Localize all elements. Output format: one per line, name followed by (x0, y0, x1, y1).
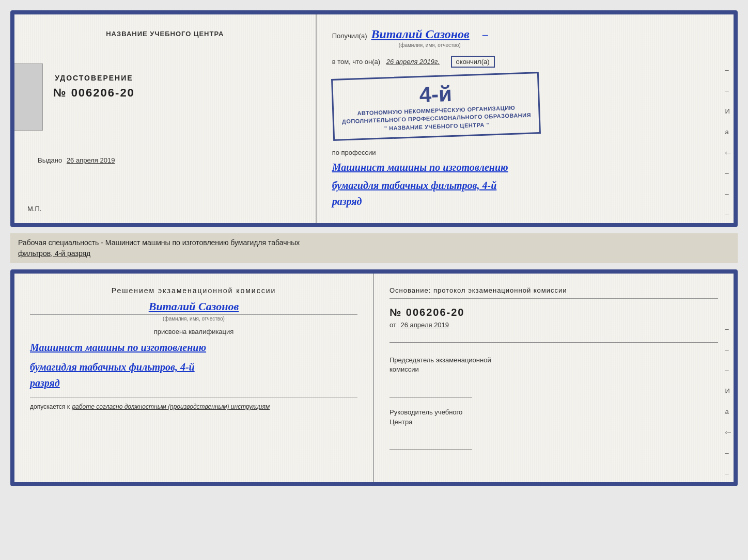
vtom-section: в том, что он(а) 26 апреля 2019г. окончи… (332, 56, 718, 68)
mp-label: М.П. (27, 205, 41, 213)
decision-title: Решением экзаменационной комиссии (30, 286, 357, 295)
issued-label: Выдано (38, 156, 62, 164)
dopusk-section: допускается к работе согласно должностны… (30, 397, 357, 411)
issued-date: 26 апреля 2019 (67, 156, 115, 164)
top-document: НАЗВАНИЕ УЧЕБНОГО ЦЕНТРА УДОСТОВЕРЕНИЕ №… (10, 10, 738, 227)
vtom-prefix: в том, что он(а) (332, 58, 380, 66)
profession-label: по профессии (332, 149, 376, 156)
ot-prefix: от (389, 321, 396, 329)
bottom-doc-left: Решением экзаменационной комиссии Витали… (14, 274, 374, 482)
photo-placeholder (10, 63, 43, 131)
page-wrapper: НАЗВАНИЕ УЧЕБНОГО ЦЕНТРА УДОСТОВЕРЕНИЕ №… (10, 10, 738, 486)
dopusk-prefix: допускается к (30, 403, 70, 410)
rukov-signature-line (389, 440, 472, 450)
middle-text-underline: фильтров, 4-й разряд (18, 249, 90, 258)
divider1 (389, 298, 718, 299)
stamp-block: 4-й АВТОНОМНУЮ НЕКОММЕРЧЕСКУЮ ОРГАНИЗАЦИ… (332, 75, 718, 137)
top-doc-left: НАЗВАНИЕ УЧЕБНОГО ЦЕНТРА УДОСТОВЕРЕНИЕ №… (14, 14, 317, 223)
bottom-doc-right: Основание: протокол экзаменационной коми… (374, 274, 734, 482)
dash-line1 (389, 331, 718, 343)
kvalif-line1: Машинист машины по изготовлению (30, 340, 357, 355)
bottom-razryad: разряд (30, 377, 357, 389)
middle-label: Рабочая специальность - Машинист машины … (10, 233, 738, 263)
middle-text-normal: Рабочая специальность - Машинист машины … (18, 238, 300, 247)
prisvoena-label: присвоена квалификация (30, 328, 357, 335)
okonchill-box: окончил(а) (451, 56, 495, 68)
side-dashes-top: – – И а ‹– – – – (725, 66, 734, 218)
stamp-border: 4-й АВТОНОМНУЮ НЕКОММЕРЧЕСКУЮ ОРГАНИЗАЦИ… (331, 72, 541, 141)
osnov-title: Основание: протокол экзаменационной коми… (389, 286, 718, 294)
chairman-signature-line (389, 387, 472, 397)
cert-label: УДОСТОВЕРЕНИЕ (53, 74, 135, 82)
top-doc-right: Получил(а) Виталий Сазонов – (фамилия, и… (317, 14, 734, 223)
bottom-fio-subtitle: (фамилия, имя, отчество) (30, 314, 357, 322)
ot-date-section: от 26 апреля 2019 (389, 321, 718, 329)
razryad-text: разряд (332, 196, 718, 207)
bottom-person-name: Виталий Сазонов (30, 300, 357, 313)
chairman-label: Председатель экзаменационной комиссии (389, 356, 718, 374)
vtom-date: 26 апреля 2019г. (386, 58, 440, 66)
fio-subtitle-top: (фамилия, имя, отчество) (371, 42, 488, 48)
side-dashes-bottom: – – – И а ‹– – – – (725, 325, 734, 486)
training-center-title-top: НАЗВАНИЕ УЧЕБНОГО ЦЕНТРА (106, 30, 224, 38)
profession-line2: бумагидля табачных фильтров, 4-й (332, 178, 718, 193)
cert-number: № 006206-20 (53, 86, 135, 100)
bottom-document: Решением экзаменационной комиссии Витали… (10, 269, 738, 486)
kvalif-line2: бумагидля табачных фильтров, 4-й (30, 359, 357, 375)
ot-date: 26 апреля 2019 (401, 321, 449, 329)
dopusk-text: работе согласно должностным (производств… (72, 403, 270, 410)
recipient-name: Виталий Сазонов (371, 27, 470, 41)
profession-line1: Машинист машины по изготовлению (332, 159, 718, 175)
profession-section: по профессии Машинист машины по изготовл… (332, 148, 718, 207)
protokol-number: № 006206-20 (389, 307, 718, 318)
poluchil-label: Получил(а) (332, 32, 367, 40)
rukov-label: Руководитель учебного Центра (389, 408, 718, 426)
